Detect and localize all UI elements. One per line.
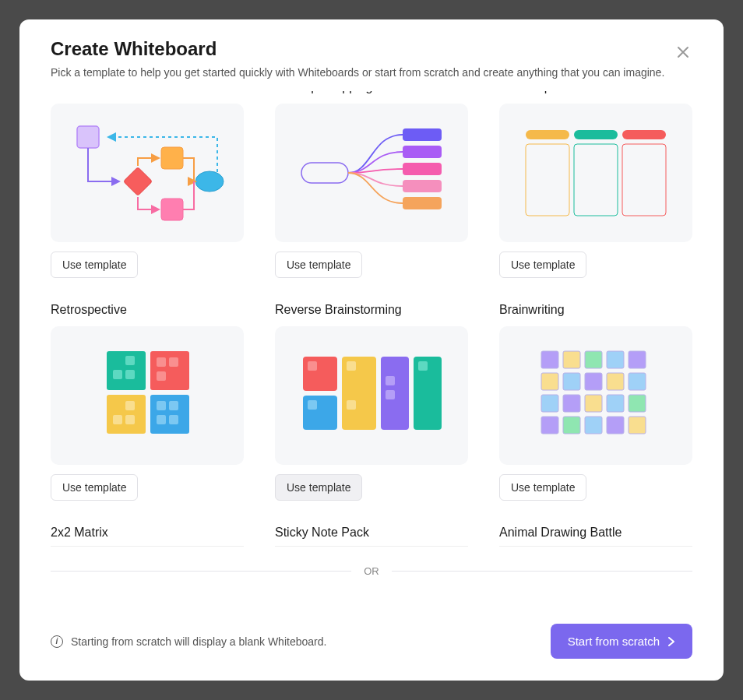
svg-rect-37	[308, 400, 317, 410]
template-title: Reverse Brainstorming	[275, 303, 468, 317]
template-card-concept-mapping: Concept Mapping	[275, 91, 468, 278]
template-preview[interactable]	[51, 326, 244, 465]
svg-rect-16	[622, 144, 666, 216]
svg-rect-25	[107, 395, 146, 434]
svg-rect-42	[386, 376, 395, 385]
template-card-sticky-note-pack: Sticky Note Pack	[275, 526, 468, 547]
chevron-right-icon	[667, 636, 675, 647]
reverse-brainstorming-icon	[286, 337, 457, 454]
flow-chart-icon	[62, 114, 233, 231]
svg-rect-6	[403, 128, 442, 141]
divider-line	[392, 571, 692, 572]
svg-rect-15	[574, 144, 618, 216]
use-template-button[interactable]: Use template	[499, 252, 586, 278]
use-template-button[interactable]: Use template	[275, 474, 362, 501]
svg-rect-32	[157, 415, 166, 424]
svg-rect-48	[585, 351, 602, 368]
modal-title: Create Whiteboard	[51, 38, 692, 60]
svg-rect-8	[403, 163, 442, 175]
svg-rect-52	[563, 373, 580, 390]
retrospective-icon	[69, 337, 225, 454]
svg-rect-31	[169, 401, 178, 410]
brainwriting-icon	[510, 337, 681, 454]
template-card-stand-up: Stand Up Use template	[499, 91, 692, 278]
svg-rect-65	[629, 417, 646, 434]
template-preview[interactable]	[499, 326, 692, 465]
template-title: Animal Drawing Battle	[499, 526, 692, 547]
template-preview[interactable]	[275, 326, 468, 465]
use-template-button[interactable]: Use template	[275, 252, 362, 278]
svg-rect-27	[113, 415, 122, 424]
svg-rect-40	[347, 400, 356, 410]
close-icon	[677, 46, 689, 58]
template-preview[interactable]	[499, 104, 692, 242]
create-whiteboard-modal: Create Whiteboard Pick a template to hel…	[19, 19, 724, 681]
stand-up-icon	[510, 114, 681, 231]
svg-rect-19	[113, 370, 122, 379]
svg-rect-29	[150, 395, 189, 434]
svg-rect-14	[526, 144, 569, 216]
svg-rect-0	[77, 126, 99, 148]
svg-rect-10	[403, 197, 442, 209]
svg-rect-45	[418, 361, 428, 371]
svg-rect-56	[541, 395, 558, 412]
template-preview[interactable]	[51, 104, 244, 242]
template-card-reverse-brainstorming: Reverse Brainstorming	[275, 303, 468, 501]
svg-rect-26	[125, 401, 135, 410]
template-title: 2x2 Matrix	[51, 526, 244, 547]
svg-rect-22	[157, 357, 166, 367]
template-card-retrospective: Retrospective	[51, 303, 244, 501]
svg-rect-1	[161, 147, 183, 169]
svg-rect-60	[629, 395, 646, 412]
svg-rect-20	[125, 370, 135, 379]
start-from-scratch-button[interactable]: Start from scratch	[551, 624, 692, 659]
svg-rect-57	[563, 395, 580, 412]
use-template-button[interactable]: Use template	[499, 474, 586, 501]
modal-footer: i Starting from scratch will display a b…	[19, 608, 724, 681]
template-title: Stand Up	[499, 91, 692, 94]
svg-rect-64	[607, 417, 624, 434]
concept-mapping-icon	[286, 114, 457, 231]
svg-rect-18	[125, 356, 135, 365]
svg-rect-24	[157, 371, 166, 381]
footer-info: i Starting from scratch will display a b…	[51, 635, 326, 648]
svg-rect-49	[607, 351, 624, 368]
modal-header: Create Whiteboard Pick a template to hel…	[19, 19, 724, 91]
svg-rect-43	[386, 390, 395, 399]
svg-rect-58	[585, 395, 602, 412]
use-template-button[interactable]: Use template	[51, 474, 138, 501]
svg-rect-55	[629, 373, 646, 390]
template-title: Flow Chart	[51, 91, 244, 94]
svg-rect-39	[347, 361, 356, 371]
template-title: Sticky Note Pack	[275, 526, 468, 547]
use-template-button[interactable]: Use template	[51, 252, 138, 278]
svg-point-4	[195, 171, 224, 192]
svg-rect-28	[125, 415, 135, 424]
template-title: Brainwriting	[499, 303, 692, 317]
svg-rect-51	[541, 373, 558, 390]
svg-rect-53	[585, 373, 602, 390]
template-card-animal-drawing-battle: Animal Drawing Battle	[499, 526, 692, 547]
svg-rect-59	[607, 395, 624, 412]
svg-rect-33	[169, 415, 178, 424]
modal-subtitle: Pick a template to help you get started …	[51, 66, 692, 79]
start-button-label: Start from scratch	[568, 635, 660, 648]
svg-rect-11	[526, 130, 569, 139]
template-card-brainwriting: Brainwriting	[499, 303, 692, 501]
svg-rect-54	[607, 373, 624, 390]
template-card-2x2-matrix: 2x2 Matrix	[51, 526, 244, 547]
svg-rect-46	[541, 351, 558, 368]
template-title: Concept Mapping	[275, 91, 468, 94]
divider: OR	[51, 565, 692, 577]
svg-rect-62	[563, 417, 580, 434]
template-preview[interactable]	[275, 104, 468, 242]
svg-rect-63	[585, 417, 602, 434]
footer-info-text: Starting from scratch will display a bla…	[71, 635, 326, 648]
divider-label: OR	[364, 565, 379, 577]
svg-rect-9	[403, 180, 442, 192]
svg-rect-30	[157, 401, 166, 410]
modal-body[interactable]: Flow Chart	[19, 91, 724, 608]
svg-rect-3	[124, 167, 153, 196]
svg-rect-21	[150, 351, 189, 390]
close-button[interactable]	[674, 43, 692, 62]
